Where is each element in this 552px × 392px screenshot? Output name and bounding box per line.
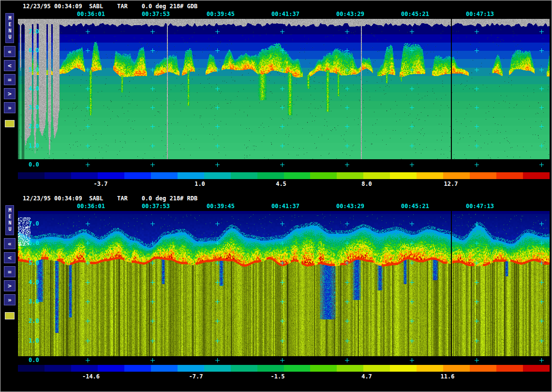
time-label: 00:41:37 bbox=[271, 203, 299, 210]
altitude-label: 6.0 bbox=[29, 47, 39, 54]
altitude-label: 2.0 bbox=[29, 317, 39, 324]
panel-header-rdb: 12/23/95 00:34:09 SABL TAR 0.0 deg 218# … bbox=[23, 195, 197, 202]
nav-last-button[interactable]: » bbox=[4, 294, 15, 305]
panel-gdb: 12/23/95 00:34:09 SABL TAR 0.0 deg 218# … bbox=[0, 0, 552, 193]
nav-stop-button[interactable]: = bbox=[4, 266, 15, 277]
altitude-label: 3.0 bbox=[29, 298, 39, 305]
altitude-label: 1.0 bbox=[29, 337, 39, 344]
time-label: 00:47:13 bbox=[466, 11, 494, 17]
plot-area-gdb[interactable]: 7.0 6.0 5.0 4.0 3.0 2.0 1.0 0.0 bbox=[18, 19, 550, 169]
colorbar-segment bbox=[443, 172, 470, 179]
colorbar-segment bbox=[363, 172, 390, 179]
plot-area-rdb[interactable]: 7.0 6.0 5.0 4.0 3.0 2.0 1.0 0.0 bbox=[18, 211, 550, 363]
menu-button[interactable]: MENU bbox=[5, 205, 14, 235]
nav-next-button[interactable]: > bbox=[4, 280, 15, 291]
colorbar-segment bbox=[470, 172, 496, 179]
colorbar-tick-label: -3.7 bbox=[94, 181, 108, 187]
colorbar-segment bbox=[257, 365, 284, 372]
nav-next-button[interactable]: > bbox=[4, 88, 15, 99]
colorbar-scale-gdb: -3.7 1.0 4.5 8.0 12.7 bbox=[0, 181, 552, 187]
colorbar-segment bbox=[18, 365, 45, 372]
colorbar-segment bbox=[523, 365, 550, 372]
time-axis-gdb: 00:36:01 00:37:53 00:39:45 00:41:37 00:4… bbox=[0, 11, 552, 17]
colorbar-segment bbox=[124, 172, 151, 179]
colorbar-segment bbox=[363, 365, 390, 372]
nav-first-button[interactable]: « bbox=[4, 238, 15, 249]
time-label: 00:37:53 bbox=[142, 11, 170, 17]
altitude-label: 7.0 bbox=[29, 28, 39, 35]
altitude-label: 2.0 bbox=[29, 123, 39, 130]
colorbar-segment bbox=[71, 365, 98, 372]
altitude-label: 5.0 bbox=[29, 259, 39, 266]
color-swatch[interactable] bbox=[5, 120, 15, 127]
altitude-label: 6.0 bbox=[29, 240, 39, 246]
panel-rdb: 12/23/95 00:34:09 SABL TAR 0.0 deg 218# … bbox=[0, 193, 552, 392]
color-swatch[interactable] bbox=[5, 312, 15, 319]
colorbar-segment bbox=[257, 172, 284, 179]
time-label: 00:41:37 bbox=[271, 11, 299, 17]
nav-last-button[interactable]: » bbox=[4, 102, 15, 113]
time-axis-rdb: 00:36:01 00:37:53 00:39:45 00:41:37 00:4… bbox=[0, 203, 552, 210]
time-label: 00:36:01 bbox=[77, 203, 105, 210]
colorbar-segment bbox=[496, 172, 523, 179]
nav-stop-button[interactable]: = bbox=[4, 74, 15, 85]
time-label: 00:43:29 bbox=[336, 203, 364, 210]
colorbar-segment bbox=[45, 365, 71, 372]
colorbar-segment bbox=[417, 365, 443, 372]
colorbar-segment bbox=[284, 365, 311, 372]
lidar-backscatter-image-gdb[interactable] bbox=[18, 19, 550, 169]
colorbar-segment bbox=[523, 172, 550, 179]
colorbar-tick-label: 4.5 bbox=[276, 181, 286, 187]
colorbar-tick-label: 12.7 bbox=[444, 181, 458, 187]
time-label: 00:39:45 bbox=[207, 203, 235, 210]
nav-first-button[interactable]: « bbox=[4, 46, 15, 57]
time-label: 00:47:13 bbox=[466, 203, 494, 210]
colorbar-rdb bbox=[18, 365, 550, 372]
colorbar-tick-label: -7.7 bbox=[189, 373, 203, 380]
colorbar-segment bbox=[151, 365, 178, 372]
altitude-label: 4.0 bbox=[29, 85, 39, 92]
colorbar-tick-label: 11.6 bbox=[441, 373, 455, 380]
colorbar-segment bbox=[98, 172, 124, 179]
colorbar-segment bbox=[231, 365, 257, 372]
time-cursor-line[interactable] bbox=[451, 19, 452, 169]
menu-sidebar-gdb: MENU « < = > » bbox=[3, 13, 16, 127]
colorbar-segment bbox=[417, 172, 443, 179]
colorbar-segment bbox=[18, 172, 45, 179]
menu-button[interactable]: MENU bbox=[5, 13, 14, 43]
altitude-label: 1.0 bbox=[29, 142, 39, 149]
sabl-lidar-display: 12/23/95 00:34:09 SABL TAR 0.0 deg 218# … bbox=[0, 0, 552, 392]
time-label: 00:45:21 bbox=[401, 11, 429, 17]
colorbar-segment bbox=[310, 365, 337, 372]
colorbar-segment bbox=[45, 172, 71, 179]
lidar-backscatter-image-rdb[interactable] bbox=[18, 211, 550, 363]
colorbar-segment bbox=[71, 172, 98, 179]
altitude-label: 0.0 bbox=[29, 161, 39, 168]
colorbar-segment bbox=[443, 365, 470, 372]
time-label: 00:43:29 bbox=[336, 11, 364, 17]
colorbar-segment bbox=[231, 172, 257, 179]
time-label: 00:45:21 bbox=[401, 203, 429, 210]
nav-prev-button[interactable]: < bbox=[4, 252, 15, 263]
colorbar-tick-label: -14.6 bbox=[82, 373, 100, 380]
colorbar-tick-label: -1.5 bbox=[271, 373, 285, 380]
colorbar-segment bbox=[337, 172, 363, 179]
colorbar-scale-rdb: -14.6 -7.7 -1.5 4.7 11.6 bbox=[0, 373, 552, 380]
panel-header-gdb: 12/23/95 00:34:09 SABL TAR 0.0 deg 218# … bbox=[23, 3, 197, 10]
colorbar-segment bbox=[124, 365, 151, 372]
colorbar-segment bbox=[310, 172, 337, 179]
time-cursor-line[interactable] bbox=[451, 211, 452, 363]
altitude-label: 4.0 bbox=[29, 279, 39, 286]
altitude-label: 5.0 bbox=[29, 66, 39, 73]
colorbar-segment bbox=[337, 365, 363, 372]
colorbar-segment bbox=[178, 365, 204, 372]
altitude-label: 0.0 bbox=[29, 357, 39, 363]
colorbar-segment bbox=[151, 172, 178, 179]
colorbar-segment bbox=[496, 365, 523, 372]
altitude-label: 3.0 bbox=[29, 104, 39, 111]
time-label: 00:36:01 bbox=[77, 11, 105, 17]
colorbar-tick-label: 1.0 bbox=[194, 181, 205, 187]
nav-prev-button[interactable]: < bbox=[4, 60, 15, 71]
colorbar-segment bbox=[178, 172, 204, 179]
colorbar-segment bbox=[204, 365, 231, 372]
